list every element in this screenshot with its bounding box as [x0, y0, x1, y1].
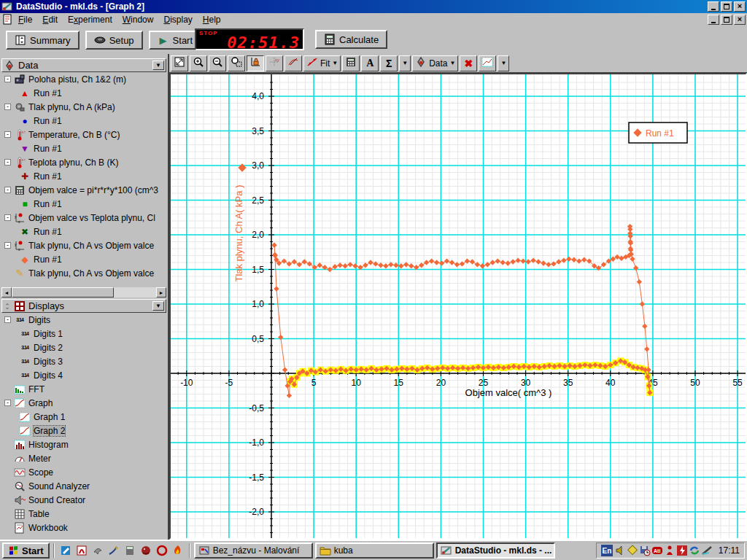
display-item[interactable]: Sound Analyzer — [1, 479, 166, 493]
graph-settings-menu-button[interactable] — [479, 55, 496, 71]
run-item[interactable]: ✖Run #1 — [1, 225, 166, 238]
display-item[interactable]: Sound Creator — [1, 493, 166, 507]
smart-tool-button[interactable] — [247, 55, 264, 71]
zoom-select-button[interactable] — [228, 55, 245, 71]
data-item[interactable]: -Poloha pistu, Ch 1&2 (m) — [1, 72, 166, 86]
display-item[interactable]: Scope — [1, 465, 166, 479]
notes-quicklaunch-icon[interactable] — [58, 543, 73, 558]
display-item[interactable]: -Graph — [1, 396, 166, 410]
data-item[interactable]: -KTDTemperature, Ch B (°C) — [1, 128, 166, 141]
collapse-icon[interactable]: - — [4, 76, 11, 82]
data-panel-header[interactable]: Data ▼ — [1, 58, 166, 72]
child-minimize-button[interactable] — [708, 15, 719, 25]
scrollbar-thumb[interactable] — [12, 287, 114, 298]
data-item[interactable]: -Objem valce = pi*r*r*y*100 (cm^3 — [1, 183, 166, 197]
data-item[interactable]: -yxTlak plynu, Ch A vs Objem valce — [1, 238, 166, 252]
display-item[interactable]: Meter — [1, 451, 166, 465]
calculate-tool-button[interactable] — [342, 55, 360, 71]
panel-splitter-icon[interactable] — [4, 300, 11, 312]
opera-quicklaunch-icon[interactable] — [155, 543, 169, 558]
menu-file[interactable]: File — [13, 14, 37, 26]
task-button[interactable]: kuba — [315, 542, 434, 559]
displays-dropdown-icon[interactable]: ▼ — [152, 301, 164, 311]
flames-quicklaunch-icon[interactable] — [171, 543, 185, 558]
show-xy-button[interactable]: xy — [266, 55, 283, 71]
task-button[interactable]: DataStudio - mkl.ds - ... — [436, 542, 555, 559]
menu-help[interactable]: Help — [198, 14, 226, 26]
run-item[interactable]: ▼Run #1 — [1, 141, 166, 155]
acrobat-quicklaunch-icon[interactable] — [74, 543, 89, 558]
language-indicator[interactable]: En — [601, 545, 613, 556]
menu-edit[interactable]: Edit — [37, 14, 63, 26]
document-icon[interactable] — [1, 14, 13, 26]
fit-menu-button[interactable]: Fit▼ — [303, 55, 341, 71]
yellow-diamond-tray-icon[interactable] — [627, 545, 638, 556]
zoom-in-button[interactable] — [190, 55, 207, 71]
display-subitem[interactable]: Graph 2 — [1, 424, 166, 438]
display-subitem[interactable]: 3.14Digits 4 — [1, 368, 166, 382]
statistics-menu-button[interactable]: Σ — [380, 55, 398, 71]
child-close-button[interactable]: × — [734, 15, 746, 25]
lightning-tray-icon[interactable] — [676, 545, 688, 556]
summary-button[interactable]: Summary — [6, 31, 80, 50]
collapse-icon[interactable]: - — [4, 104, 11, 110]
run-item[interactable]: ▲Run #1 — [1, 86, 166, 100]
display-item[interactable]: FFT — [1, 382, 166, 396]
text-tool-button[interactable]: A — [361, 55, 379, 71]
calculator-quicklaunch-icon[interactable] — [123, 543, 137, 558]
statistics-menu-dropdown-button[interactable]: ▼ — [399, 55, 411, 71]
displays-panel-header[interactable]: Displays ▼ — [1, 299, 166, 313]
scroll-left-icon[interactable]: ◄ — [1, 287, 12, 298]
bird-quicklaunch-icon[interactable] — [90, 543, 105, 558]
ati-tray-icon[interactable]: Ati — [651, 545, 663, 556]
data-item[interactable]: -Tlak plynu, Ch A (kPa) — [1, 100, 166, 114]
slope-tool-button[interactable] — [285, 55, 302, 71]
run-item[interactable]: ✚Run #1 — [1, 169, 166, 183]
scale-to-fit-button[interactable] — [171, 55, 188, 71]
collapse-icon[interactable]: - — [4, 242, 11, 249]
display-item[interactable]: -3.14Digits — [1, 313, 166, 327]
speaker-tray-icon[interactable] — [614, 545, 626, 556]
scroll-right-icon[interactable]: ► — [156, 287, 166, 298]
display-item[interactable]: Histogram — [1, 438, 166, 451]
dragon-quicklaunch-icon[interactable] — [139, 543, 153, 558]
run-item[interactable]: ●Run #1 — [1, 114, 166, 128]
legend[interactable]: Run #1 — [629, 122, 687, 143]
sync-arrows-tray-icon[interactable] — [689, 545, 700, 556]
child-restore-button[interactable] — [721, 15, 732, 25]
display-subitem[interactable]: 3.14Digits 1 — [1, 327, 166, 341]
data-tree-scrollbar[interactable]: ◄ ► — [1, 287, 166, 298]
data-menu-button[interactable]: Data▼ — [412, 55, 458, 71]
display-subitem[interactable]: Graph 1 — [1, 410, 166, 424]
collapse-icon[interactable]: - — [4, 187, 11, 193]
display-item[interactable]: Table — [1, 507, 166, 521]
floppy-clock-tray-icon[interactable] — [639, 545, 651, 556]
run-item[interactable]: ■Run #1 — [1, 197, 166, 211]
data-item[interactable]: -yxObjem valce vs Teplota plynu, Cl — [1, 211, 166, 225]
start-button[interactable]: ▶ Start — [149, 31, 201, 50]
delete-tool-button[interactable]: ✖ — [460, 55, 477, 71]
collapse-icon[interactable]: - — [4, 316, 11, 323]
calculate-button[interactable]: Calculate — [315, 30, 387, 49]
pen-slash-tray-icon[interactable] — [701, 545, 713, 556]
menu-experiment[interactable]: Experiment — [63, 14, 117, 26]
collapse-icon[interactable]: - — [4, 214, 11, 221]
ink-pen-quicklaunch-icon[interactable] — [107, 543, 121, 558]
menu-display[interactable]: Display — [158, 14, 197, 26]
collapse-icon[interactable]: - — [4, 159, 11, 166]
graph-settings-menu-dropdown-button[interactable]: ▼ — [498, 55, 509, 71]
display-item[interactable]: Workbook — [1, 521, 166, 534]
red-figure-tray-icon[interactable] — [664, 545, 676, 556]
graph-plot-area[interactable]: -10-55101520253035404550554,03,53,02,52,… — [169, 73, 747, 540]
restore-button[interactable] — [721, 1, 732, 12]
collapse-icon[interactable]: - — [4, 400, 11, 406]
task-button[interactable]: Bez_názvu - Malování — [194, 542, 313, 559]
minimize-button[interactable] — [708, 1, 719, 12]
menu-window[interactable]: Window — [117, 14, 159, 26]
data-item[interactable]: ✎Tlak plynu, Ch A vs Objem valce — [1, 266, 166, 280]
display-subitem[interactable]: 3.14Digits 3 — [1, 354, 166, 368]
setup-button[interactable]: Setup — [85, 31, 143, 50]
data-dropdown-icon[interactable]: ▼ — [152, 61, 164, 70]
run-item[interactable]: ◆Run #1 — [1, 252, 166, 266]
zoom-out-button[interactable] — [209, 55, 226, 71]
